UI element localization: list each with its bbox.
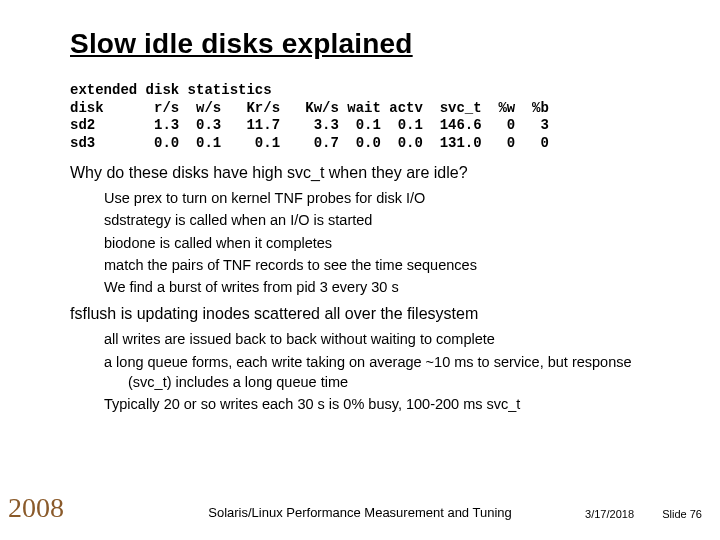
stats-row-sd3: sd3 0.0 0.1 0.1 0.7 0.0 0.0 131.0 0 0 [70, 135, 549, 151]
stats-row-sd2: sd2 1.3 0.3 11.7 3.3 0.1 0.1 146.6 0 3 [70, 117, 549, 133]
stats-header: extended disk statistics [70, 82, 272, 98]
a2-line1: all writes are issued back to back witho… [104, 329, 660, 349]
a1-line3: biodone is called when it completes [104, 233, 660, 253]
a2-line3: Typically 20 or so writes each 30 s is 0… [104, 394, 660, 414]
a1-line5: We find a burst of writes from pid 3 eve… [104, 277, 660, 297]
slide: Slow idle disks explained extended disk … [0, 0, 720, 540]
a1-line4: match the pairs of TNF records to see th… [104, 255, 660, 275]
a2-line2: a long queue forms, each write taking on… [104, 352, 660, 393]
footer-slide-number: Slide 76 [662, 508, 702, 520]
answer-block-1: Use prex to turn on kernel TNF probes fo… [104, 188, 660, 297]
footer-date: 3/17/2018 [585, 508, 634, 520]
stats-columns: disk r/s w/s Kr/s Kw/s wait actv svc_t %… [70, 100, 549, 116]
page-title: Slow idle disks explained [70, 28, 660, 60]
a1-line1: Use prex to turn on kernel TNF probes fo… [104, 188, 660, 208]
question-1: Why do these disks have high svc_t when … [70, 164, 660, 182]
footer: 2008 Solaris/Linux Performance Measureme… [0, 494, 720, 524]
question-2: fsflush is updating inodes scattered all… [70, 305, 660, 323]
answer-block-2: all writes are issued back to back witho… [104, 329, 660, 414]
disk-stats-block: extended disk statistics disk r/s w/s Kr… [70, 82, 660, 152]
a1-line2: sdstrategy is called when an I/O is star… [104, 210, 660, 230]
